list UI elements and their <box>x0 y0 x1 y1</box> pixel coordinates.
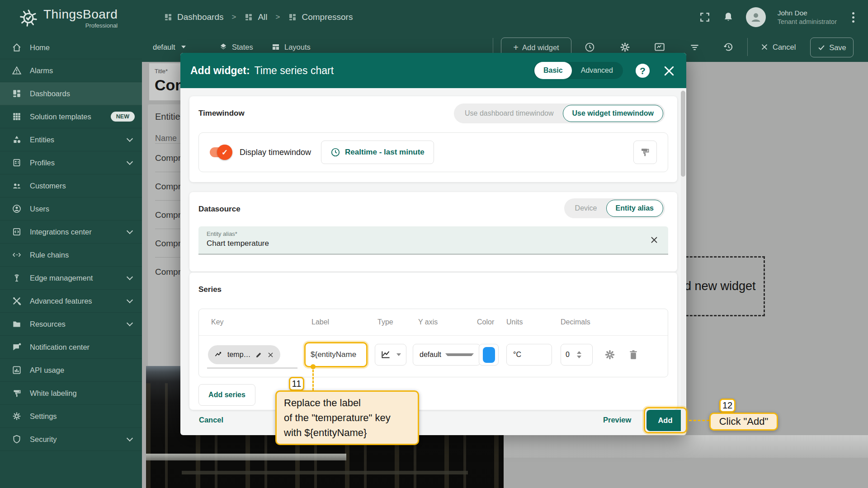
sidebar-item-settings[interactable]: Settings <box>0 405 142 428</box>
device-option[interactable]: Device <box>566 198 606 218</box>
solution-templates-icon <box>12 112 22 122</box>
display-timewindow-toggle[interactable]: ✓ <box>210 147 231 157</box>
entity-alias-label: Entity alias* <box>207 230 660 237</box>
timewindow-section: Timewindow Use dashboard timewindow Use … <box>189 96 677 182</box>
sidebar-item-notification-center[interactable]: Notification center <box>0 336 142 359</box>
sidebar-item-profiles[interactable]: Profiles <box>0 151 142 174</box>
entity-alias-option[interactable]: Entity alias <box>606 200 663 217</box>
col-key: Key <box>211 318 224 326</box>
sidebar-item-api-usage[interactable]: API usage <box>0 359 142 382</box>
sidebar-item-customers[interactable]: Customers <box>0 174 142 197</box>
help-icon[interactable]: ? <box>636 64 650 78</box>
white-labeling-icon <box>12 388 22 398</box>
series-yaxis-select[interactable]: default <box>413 344 481 366</box>
home-icon <box>12 42 22 52</box>
sidebar-item-dashboards[interactable]: Dashboards <box>0 82 142 105</box>
dialog-cancel-button[interactable]: Cancel <box>199 416 223 424</box>
gear-icon <box>619 42 631 53</box>
entities-icon <box>12 135 22 145</box>
toggle-check-icon: ✓ <box>217 145 232 160</box>
sidebar-item-advanced-features[interactable]: Advanced features <box>0 290 142 313</box>
sidebar-item-alarms[interactable]: Alarms <box>0 59 142 82</box>
use-widget-timewindow-option[interactable]: Use widget timewindow <box>563 105 663 122</box>
dialog-add-button[interactable]: Add <box>646 410 684 431</box>
sidebar-item-white-labeling[interactable]: White labeling <box>0 382 142 405</box>
series-settings-icon[interactable] <box>604 349 616 361</box>
datasource-section: Datasource Device Entity alias Entity al… <box>189 192 677 272</box>
avatar[interactable] <box>746 7 766 27</box>
series-key-chip[interactable]: temp… <box>208 345 280 364</box>
annotation-text-line: with ${entityName} <box>284 425 410 440</box>
basic-tab[interactable]: Basic <box>534 62 572 79</box>
breadcrumb-compressors[interactable]: Compressors <box>288 12 353 22</box>
col-color: Color <box>477 318 494 326</box>
scrollbar-thumb[interactable] <box>681 91 685 177</box>
timewindow-heading: Timewindow <box>198 109 245 118</box>
use-dashboard-timewindow-option[interactable]: Use dashboard timewindow <box>456 103 563 123</box>
notifications-bell-icon[interactable] <box>722 11 734 23</box>
preview-button[interactable]: Preview <box>603 416 631 424</box>
sidebar-item-rule-chains[interactable]: Rule chains <box>0 244 142 267</box>
series-key-text: temp… <box>227 351 251 359</box>
clear-icon[interactable] <box>649 235 659 245</box>
annotation-connector-dot <box>311 364 316 369</box>
col-decimals: Decimals <box>561 318 590 326</box>
key-field-underline <box>207 368 297 368</box>
close-icon[interactable] <box>662 64 676 78</box>
close-icon <box>760 43 769 51</box>
annotation-connector-line-12 <box>689 420 709 421</box>
clock-icon <box>330 147 340 157</box>
annotation-text-line: Replace the label <box>284 395 410 410</box>
series-units-input[interactable]: °C <box>506 344 552 366</box>
sidebar-item-entities[interactable]: Entities <box>0 128 142 151</box>
timeseries-icon <box>214 350 223 359</box>
user-info[interactable]: John Doe Tenant administrator <box>778 9 837 26</box>
plus-icon: + <box>513 42 519 53</box>
chevron-down-icon <box>127 297 133 303</box>
sidebar-item-solution-templates[interactable]: Solution templates NEW <box>0 105 142 128</box>
edit-cancel-button[interactable]: Cancel <box>760 34 796 60</box>
series-type-select[interactable] <box>375 344 406 366</box>
new-badge: NEW <box>111 112 135 122</box>
series-heading: Series <box>198 285 222 294</box>
fullscreen-icon[interactable] <box>699 11 711 23</box>
person-icon <box>749 10 763 24</box>
series-decimals-stepper[interactable]: 0 <box>561 344 593 366</box>
edit-pencil-icon[interactable] <box>255 351 263 359</box>
sidebar-item-edge-management[interactable]: Edge management <box>0 267 142 290</box>
sidebar-item-integrations-center[interactable]: Integrations center <box>0 221 142 244</box>
add-series-button[interactable]: Add series <box>198 384 255 406</box>
remove-key-icon[interactable] <box>267 352 274 358</box>
add-widget-dialog: Add widget:Time series chart Basic Advan… <box>180 53 686 435</box>
dialog-header: Add widget:Time series chart Basic Advan… <box>180 53 686 88</box>
breadcrumb-dashboards[interactable]: Dashboards <box>164 12 223 22</box>
more-menu-icon[interactable] <box>849 10 858 24</box>
advanced-tab[interactable]: Advanced <box>572 62 622 79</box>
dialog-scrollbar[interactable] <box>681 90 685 432</box>
chevron-down-icon <box>127 320 133 326</box>
edit-save-button[interactable]: Save <box>810 38 854 57</box>
stepper-arrows[interactable] <box>577 351 588 358</box>
chevron-down-icon <box>127 435 133 441</box>
series-color-picker[interactable] <box>479 344 499 366</box>
canvas-band <box>504 435 868 458</box>
realtime-timewindow-button[interactable]: Realtime - last minute <box>321 141 434 164</box>
sidebar-item-home[interactable]: Home <box>0 36 142 59</box>
toolbar-divider <box>747 38 748 56</box>
step-down-icon <box>577 356 581 358</box>
history-icon <box>722 41 734 53</box>
dashboards-icon <box>164 13 173 22</box>
version-history-icon[interactable] <box>722 34 734 60</box>
sidebar-item-resources[interactable]: Resources <box>0 313 142 336</box>
sidebar-item-users[interactable]: Users <box>0 197 142 221</box>
copy-style-button[interactable] <box>633 141 657 164</box>
logo[interactable]: ThingsBoard Professional <box>0 0 142 36</box>
breadcrumb-all[interactable]: All <box>244 12 267 22</box>
sidebar-item-security[interactable]: Security <box>0 428 142 451</box>
customers-icon <box>12 181 22 191</box>
series-delete-icon[interactable] <box>627 349 639 361</box>
series-label-input[interactable]: ${entityName <box>304 342 368 367</box>
entity-alias-field[interactable]: Entity alias* Chart temperature <box>198 226 668 254</box>
filters-icon[interactable] <box>689 34 700 60</box>
timewindow-source-toggle: Use dashboard timewindow Use widget time… <box>454 103 665 123</box>
